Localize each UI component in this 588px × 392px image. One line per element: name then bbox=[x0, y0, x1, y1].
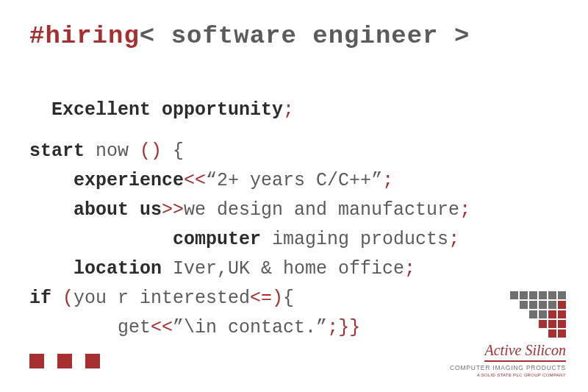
op-gtgt: >> bbox=[162, 199, 184, 221]
paren-open: ( bbox=[62, 288, 74, 309]
code-line-about: about us>>we design and manufacture; bbox=[29, 196, 559, 225]
kw-start: start bbox=[29, 140, 85, 162]
braces-close: }} bbox=[338, 317, 360, 338]
indent bbox=[29, 170, 74, 191]
quote-close: ” bbox=[371, 170, 382, 191]
angle-lt: < bbox=[140, 22, 155, 50]
brand-tagline: COMPUTER IMAGING PRODUCTS bbox=[434, 364, 566, 371]
about-value: we design and manufacture bbox=[184, 199, 459, 221]
kw-computer: computer bbox=[173, 229, 261, 250]
code-line-location: location Iver,UK & home office; bbox=[29, 254, 559, 284]
semicolon: ; bbox=[459, 199, 470, 221]
company-logo: Active Silicon COMPUTER IMAGING PRODUCTS… bbox=[434, 291, 566, 377]
title-text: software engineer bbox=[155, 22, 454, 50]
kw-about: about us bbox=[74, 199, 162, 221]
dot-icon bbox=[57, 354, 72, 368]
kw-get: get bbox=[118, 317, 151, 338]
semicolon: ; bbox=[283, 99, 294, 121]
semicolon: ; bbox=[448, 229, 459, 250]
op-lteq: <= bbox=[250, 288, 272, 309]
indent bbox=[29, 199, 74, 221]
op-ltlt: << bbox=[184, 170, 206, 191]
subheading: Excellent opportunity; bbox=[29, 66, 559, 125]
indent bbox=[29, 317, 118, 338]
op-ltlt: << bbox=[151, 317, 173, 338]
code-line-start: start now () { bbox=[29, 137, 559, 166]
angle-gt: > bbox=[454, 22, 470, 50]
experience-value: 2+ years C/C++ bbox=[217, 170, 371, 191]
condition-text: you r interested bbox=[74, 288, 250, 309]
contact-text: \in contact. bbox=[184, 317, 316, 338]
quote: ” bbox=[316, 317, 327, 338]
brace-open: { bbox=[162, 140, 184, 162]
dot-icon bbox=[85, 354, 100, 368]
semicolon: ; bbox=[327, 317, 338, 338]
indent bbox=[29, 229, 173, 250]
kw-experience: experience bbox=[74, 170, 184, 191]
semicolon: ; bbox=[404, 258, 415, 279]
paren-close: ) bbox=[272, 288, 283, 309]
parens: () bbox=[140, 140, 162, 162]
hashtag: #hiring bbox=[29, 22, 140, 50]
ellipsis-dots bbox=[29, 354, 100, 368]
kw-if: if bbox=[29, 288, 62, 309]
kw-location: location bbox=[74, 258, 162, 279]
brace-open: { bbox=[283, 288, 294, 309]
code-line-computer: computer imaging products; bbox=[29, 225, 559, 254]
dot-icon bbox=[29, 354, 44, 368]
semicolon: ; bbox=[382, 170, 393, 191]
txt-now: now bbox=[85, 140, 140, 162]
logo-grid-icon bbox=[434, 291, 566, 338]
page-title: #hiring< software engineer > bbox=[29, 22, 559, 50]
code-line-experience: experience<<“2+ years C/C++”; bbox=[29, 166, 559, 196]
indent bbox=[29, 258, 74, 279]
subhead-text: Excellent opportunity bbox=[51, 99, 283, 121]
quote-open: “ bbox=[206, 170, 217, 191]
imaging-text: imaging products bbox=[261, 229, 448, 250]
location-value: Iver,UK & home office bbox=[162, 258, 404, 279]
quote: ” bbox=[173, 317, 184, 338]
brand-subtag: A SOLID STATE PLC GROUP COMPANY bbox=[434, 373, 566, 377]
brand-name: Active Silicon bbox=[484, 342, 566, 362]
